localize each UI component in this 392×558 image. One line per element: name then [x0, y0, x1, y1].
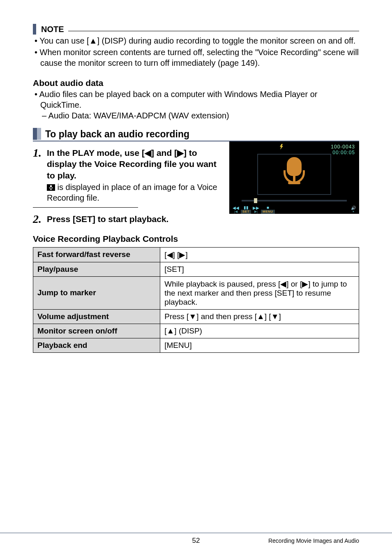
section-bar-light: [37, 128, 41, 140]
rewind-icon: ◀◀|◀: [233, 206, 239, 213]
table-row: Fast forward/fast reverse [◀] [▶]: [33, 247, 359, 262]
note-bullet-1: You can use [▲] (DISP) during audio reco…: [35, 35, 359, 46]
step-2-title: Press [SET] to start playback.: [47, 213, 221, 225]
footer-section-name: Recording Movie Images and Audio: [268, 537, 359, 544]
progress-knob: [254, 198, 257, 203]
note-label: NOTE: [41, 25, 64, 34]
note-accent-bar: [33, 24, 36, 35]
camera-file-info: 100-0043 00:00:05: [331, 144, 355, 155]
page-footer: 52 Recording Movie Images and Audio: [0, 533, 392, 544]
section-title: To play back an audio recording: [45, 128, 189, 140]
table-row: Play/pause [SET]: [33, 262, 359, 276]
table-value: [MENU]: [160, 338, 359, 352]
about-bullets: Audio files can be played back on a comp…: [33, 89, 359, 110]
note-heading: NOTE: [33, 24, 359, 35]
table-label: Fast forward/fast reverse: [33, 247, 160, 262]
note-bullets: You can use [▲] (DISP) during audio reco…: [33, 35, 359, 68]
table-value: [◀] [▶]: [160, 247, 359, 262]
camera-lcd-screenshot: 100-0043 00:00:05 ◀◀|◀ ▮▮SET ▶▶▶| ■MENU …: [229, 141, 359, 214]
step-2-number: 2.: [33, 213, 47, 225]
table-value: While playback is paused, press [◀] or […: [160, 276, 359, 309]
step-1-number: 1.: [33, 147, 47, 203]
step-1: 1. In the PLAY mode, use [◀] and [▶] to …: [33, 147, 221, 203]
section-heading: To play back an audio recording: [33, 128, 359, 141]
table-value: [▲] (DISP): [160, 324, 359, 338]
table-value: Press [▼] and then press [▲] [▼]: [160, 309, 359, 324]
about-dash: Audio Data: WAVE/IMA-ADPCM (WAV extensio…: [33, 111, 359, 120]
stop-menu-icon: ■MENU: [261, 206, 275, 214]
step-divider: [33, 207, 138, 208]
section-bar-dark: [33, 128, 37, 140]
note-bullet-2: When monitor screen contents are turned …: [35, 47, 359, 68]
step-1-title: In the PLAY mode, use [◀] and [▶] to dis…: [47, 147, 221, 181]
pause-set-icon: ▮▮SET: [241, 206, 251, 214]
playback-controls-table: Fast forward/fast reverse [◀] [▶] Play/p…: [33, 247, 359, 353]
svg-marker-3: [280, 144, 283, 150]
camera-file-number: 100-0043: [331, 144, 355, 150]
table-label: Volume adjustment: [33, 309, 160, 324]
svg-rect-0: [50, 185, 52, 188]
table-row: Jump to marker While playback is paused,…: [33, 276, 359, 309]
voice-recording-icon: [47, 184, 55, 191]
page-number: 52: [192, 537, 200, 545]
mic-icon-stand: [293, 174, 295, 183]
table-title: Voice Recording Playback Controls: [33, 234, 359, 244]
table-label: Monitor screen on/off: [33, 324, 160, 338]
table-label: Jump to marker: [33, 276, 160, 309]
table-row: Playback end [MENU]: [33, 338, 359, 352]
table-value: [SET]: [160, 262, 359, 276]
note-rule: [68, 31, 359, 31]
progress-track: [242, 200, 347, 201]
mic-icon-base: [288, 182, 300, 184]
flash-icon: [279, 144, 284, 150]
step-2: 2. Press [SET] to start playback.: [33, 213, 221, 225]
table-label: Playback end: [33, 338, 160, 352]
table-row: Monitor screen on/off [▲] (DISP): [33, 324, 359, 338]
about-bullet: Audio files can be played back on a comp…: [35, 89, 359, 110]
camera-time: 00:00:05: [331, 150, 355, 155]
table-row: Volume adjustment Press [▼] and then pre…: [33, 309, 359, 324]
volume-icon: 🔊▾: [351, 206, 356, 213]
about-heading: About audio data: [33, 78, 359, 88]
step-1-desc: is displayed in place of an image for a …: [47, 182, 221, 203]
forward-icon: ▶▶▶|: [253, 206, 259, 213]
table-label: Play/pause: [33, 262, 160, 276]
camera-control-bar: ◀◀|◀ ▮▮SET ▶▶▶| ■MENU 🔊▾: [229, 206, 359, 214]
